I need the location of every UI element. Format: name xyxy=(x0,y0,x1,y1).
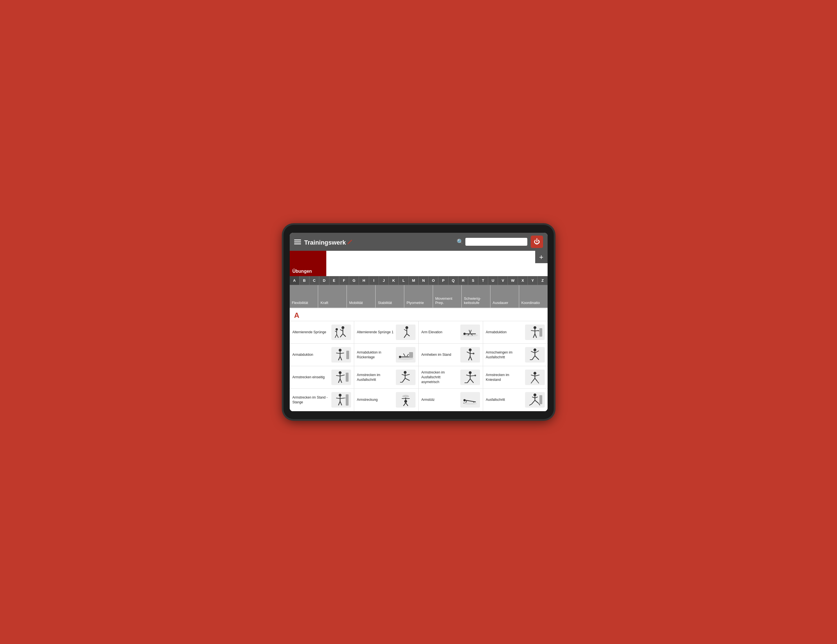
svg-line-9 xyxy=(337,334,338,338)
filter-mobilitaet[interactable]: Mobilität xyxy=(347,285,376,308)
alpha-P[interactable]: P xyxy=(438,276,448,285)
exercise-cell-1[interactable]: Alternierende Sprünge 1 xyxy=(354,321,419,344)
svg-line-40 xyxy=(404,354,405,356)
svg-line-81 xyxy=(531,375,535,376)
svg-point-22 xyxy=(533,326,536,329)
svg-point-79 xyxy=(533,372,536,375)
filter-schwierigkeit[interactable]: Schwierig-keitsstufe xyxy=(462,285,491,308)
svg-line-27 xyxy=(535,334,537,338)
search-icon: 🔍 xyxy=(457,238,464,245)
exercise-cell-8[interactable]: Armstrecken einseitig xyxy=(290,366,354,389)
exercise-cell-7[interactable]: Armschwingen im Ausfallschritt xyxy=(483,344,548,366)
exercise-cell-6[interactable]: Armheben im Stand xyxy=(419,344,483,366)
svg-line-13 xyxy=(404,334,407,338)
exercise-cell-5[interactable]: Armabduktion in Rückenlage xyxy=(354,344,419,366)
exercise-cell-4[interactable]: Armabduktion xyxy=(290,344,354,366)
svg-line-19 xyxy=(470,330,471,333)
exercise-thumb-8 xyxy=(332,370,351,385)
content-area: A Alternierende Sprünge xyxy=(290,308,548,411)
svg-line-26 xyxy=(533,334,535,338)
filter-ausdauer[interactable]: Ausdauer xyxy=(491,285,519,308)
exercise-thumb-10 xyxy=(460,370,480,385)
filter-stabilitaet[interactable]: Stabilität xyxy=(376,285,404,308)
exercise-name-0: Alternierende Sprünge xyxy=(292,330,330,335)
exercise-cell-14[interactable]: Armstütz xyxy=(419,389,483,411)
alpha-M[interactable]: M xyxy=(409,276,419,285)
exercise-name-14: Armstütz xyxy=(422,397,459,402)
exercise-cell-11[interactable]: Armstrecken im Kniestand xyxy=(483,366,548,389)
svg-point-57 xyxy=(339,371,341,374)
svg-line-89 xyxy=(336,398,340,398)
alpha-O[interactable]: O xyxy=(428,276,438,285)
svg-point-75 xyxy=(474,375,476,376)
alpha-D[interactable]: D xyxy=(319,276,329,285)
svg-point-108 xyxy=(463,403,477,405)
svg-line-92 xyxy=(340,401,342,405)
alpha-A[interactable]: A xyxy=(290,276,300,285)
alpha-H[interactable]: H xyxy=(359,276,369,285)
svg-rect-93 xyxy=(346,394,348,406)
alpha-U[interactable]: U xyxy=(488,276,498,285)
svg-line-111 xyxy=(532,397,535,398)
alpha-E[interactable]: E xyxy=(329,276,339,285)
svg-line-73 xyxy=(466,375,470,376)
svg-point-30 xyxy=(339,349,341,352)
alpha-L[interactable]: L xyxy=(399,276,409,285)
alpha-G[interactable]: G xyxy=(349,276,359,285)
exercise-cell-10[interactable]: Armstrecken im Ausfallschritt asymetrisc… xyxy=(419,366,483,389)
filter-movement-prep[interactable]: Movement Prep. xyxy=(433,285,462,308)
svg-line-100 xyxy=(406,403,408,406)
alpha-I[interactable]: I xyxy=(369,276,379,285)
exercise-thumb-3 xyxy=(525,324,545,340)
svg-point-95 xyxy=(404,400,407,403)
svg-point-38 xyxy=(399,356,401,358)
exercise-cell-3[interactable]: Armabduktion xyxy=(483,321,548,344)
svg-rect-63 xyxy=(346,373,348,382)
alpha-N[interactable]: N xyxy=(419,276,428,285)
filter-koordination[interactable]: Koordinatio xyxy=(519,285,548,308)
exercise-name-8: Armstrecken einseitig xyxy=(292,375,330,380)
exercise-cell-15[interactable]: Ausfallschritt xyxy=(483,389,548,411)
exercise-cell-13[interactable]: Armstreckung xyxy=(354,389,419,411)
svg-line-56 xyxy=(535,356,539,360)
alpha-T[interactable]: T xyxy=(478,276,488,285)
exercise-thumb-11 xyxy=(525,370,545,385)
svg-line-52 xyxy=(531,351,535,353)
alpha-F[interactable]: F xyxy=(339,276,349,285)
exercise-cell-0[interactable]: Alternierende Sprünge xyxy=(290,321,354,344)
search-input[interactable] xyxy=(465,238,527,246)
exercise-cell-2[interactable]: Arm Elevation xyxy=(419,321,483,344)
alpha-W[interactable]: W xyxy=(508,276,518,285)
svg-line-32 xyxy=(336,353,340,354)
svg-line-34 xyxy=(338,356,340,360)
alpha-J[interactable]: J xyxy=(379,276,389,285)
add-button[interactable]: + xyxy=(535,251,548,263)
alpha-Q[interactable]: Q xyxy=(448,276,458,285)
alpha-B[interactable]: B xyxy=(300,276,309,285)
exercise-cell-12[interactable]: Armstrecken im Stand - Stange xyxy=(290,389,354,411)
alpha-X[interactable]: X xyxy=(518,276,528,285)
exercise-cell-9[interactable]: Armstrecken im Ausfallschritt xyxy=(354,366,419,389)
alpha-C[interactable]: C xyxy=(309,276,319,285)
svg-line-113 xyxy=(532,400,535,404)
svg-line-49 xyxy=(470,356,472,360)
svg-line-14 xyxy=(407,334,410,336)
section-letter-a: A xyxy=(290,308,548,321)
menu-icon[interactable] xyxy=(294,239,301,244)
filter-kraft[interactable]: Kraft xyxy=(318,285,347,308)
filter-plyometrie[interactable]: Plyometrie xyxy=(404,285,433,308)
svg-rect-28 xyxy=(540,328,542,337)
power-button[interactable]: ⏻ xyxy=(531,236,543,248)
exercise-thumb-9 xyxy=(396,370,415,385)
alpha-R[interactable]: R xyxy=(458,276,468,285)
logo-text: Trainingswerk xyxy=(304,239,346,246)
alpha-Y[interactable]: Y xyxy=(528,276,538,285)
svg-point-50 xyxy=(533,349,536,351)
exercise-name-6: Armheben im Stand xyxy=(422,352,459,357)
alpha-S[interactable]: S xyxy=(468,276,478,285)
filter-flexibilitaet[interactable]: Flexibilität xyxy=(290,285,318,308)
alpha-V[interactable]: V xyxy=(498,276,508,285)
alpha-Z[interactable]: Z xyxy=(538,276,547,285)
alpha-K[interactable]: K xyxy=(389,276,399,285)
exercise-thumb-7 xyxy=(525,347,545,362)
